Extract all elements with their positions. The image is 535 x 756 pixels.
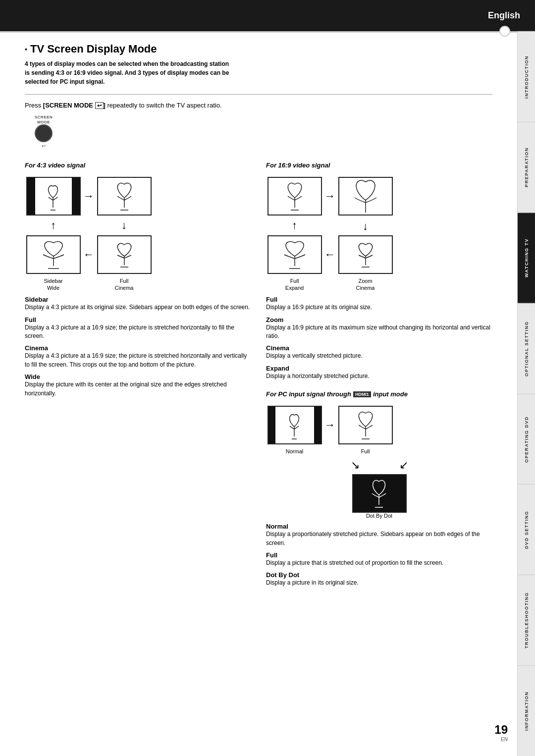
arrow-left-bottom: ← bbox=[83, 248, 94, 261]
label-zoom: Zoom bbox=[358, 278, 372, 284]
right-sidebar: INTRODUCTION PREPARATION WATCHING TV OPT… bbox=[517, 31, 535, 756]
desc-zoom-text: Display a 16:9 picture at its maximum si… bbox=[266, 324, 492, 341]
diagram-43: → bbox=[25, 174, 251, 291]
diagram-dotbydot: Dot By Dot bbox=[352, 474, 407, 519]
desc-expand-text: Display a horizontally stretched picture… bbox=[266, 372, 492, 380]
diagram-cinema-43 bbox=[97, 235, 152, 274]
arrow-right-pc: → bbox=[324, 419, 335, 432]
arrow-up-left: ↑ bbox=[51, 219, 56, 232]
desc-full-pc: Full Display a picture that is stretched… bbox=[266, 551, 492, 567]
desc-full-pc-title: Full bbox=[266, 551, 492, 559]
arrow-right-top: → bbox=[83, 190, 94, 203]
desc-cinema-43-text: Display a 4:3 picture at a 16:9 size; th… bbox=[25, 352, 251, 369]
heading-169: For 16:9 video signal bbox=[266, 162, 492, 169]
desc-full-pc-text: Display a picture that is stretched out … bbox=[266, 559, 492, 567]
diagram-zoom bbox=[338, 177, 393, 216]
instruction-text: Press [SCREEN MODE ↩] repeatedly to swit… bbox=[25, 102, 492, 109]
desc-full-43-text: Display a 4:3 picture at a 16:9 size; th… bbox=[25, 324, 251, 341]
pc-section: For PC input signal through HDMI1 input … bbox=[266, 390, 492, 588]
desc-zoom-title: Zoom bbox=[266, 316, 492, 324]
desc-sidebar-title: Sidebar bbox=[25, 296, 251, 303]
arrow-right-169-top: → bbox=[324, 190, 335, 203]
sidebar-tab-introduction: INTRODUCTION bbox=[518, 31, 535, 122]
label-dotbydot: Dot By Dot bbox=[366, 513, 392, 519]
language-label: English bbox=[488, 10, 535, 21]
divider bbox=[25, 94, 492, 95]
pc-heading-text2: input mode bbox=[373, 390, 408, 398]
sidebar-tab-operating-dvd: OPERATING DVD bbox=[518, 394, 535, 485]
diagram-pc: → bbox=[266, 403, 492, 519]
desc-normal-pc-text: Display a proportionately stretched pict… bbox=[266, 530, 492, 547]
desc-wide-title: Wide bbox=[25, 373, 251, 380]
diagram-full-169 bbox=[268, 177, 322, 216]
label-sidebar: Sidebar bbox=[44, 278, 63, 284]
page-number-area: 19 EN bbox=[494, 723, 508, 742]
hdmi-badge: HDMI1 bbox=[353, 391, 371, 397]
page-title: ▪ TV Screen Display Mode bbox=[25, 43, 492, 55]
diagram-full-pc bbox=[338, 406, 393, 444]
main-content: ▪ TV Screen Display Mode 4 types of disp… bbox=[0, 33, 517, 611]
title-text: TV Screen Display Mode bbox=[30, 43, 157, 55]
screen-mode-circle bbox=[35, 124, 53, 142]
arrow-down-right: ↓ bbox=[121, 219, 127, 232]
desc-normal-pc: Normal Display a proportionately stretch… bbox=[266, 523, 492, 547]
label-full-169-top: Full bbox=[290, 278, 299, 284]
diagram-full-43 bbox=[97, 177, 152, 216]
desc-zoom: Zoom Display a 16:9 picture at its maxim… bbox=[266, 316, 492, 341]
label-cinema-43: Cinema bbox=[115, 285, 134, 291]
arrow-left-169-bottom: ← bbox=[324, 248, 335, 261]
desc-cinema-169-text: Display a vertically stretched picture. bbox=[266, 352, 492, 360]
desc-wide-text: Display the picture with its center at t… bbox=[25, 380, 251, 398]
screen-mode-icon: ↩ bbox=[42, 143, 46, 149]
arrow-down-169-right: ↓ bbox=[363, 220, 368, 233]
diagram-wide bbox=[26, 235, 81, 274]
diagram-dotbydot-wrapper: Dot By Dot bbox=[266, 474, 492, 519]
desc-dotbydot: Dot By Dot Display a picture in its orig… bbox=[266, 571, 492, 587]
desc-wide: Wide Display the picture with its center… bbox=[25, 373, 251, 398]
top-bar: English bbox=[0, 0, 535, 31]
diagram-cinema-169 bbox=[338, 235, 393, 274]
col-169-pc: For 16:9 video signal bbox=[266, 162, 492, 592]
arrow-diag-left: ↘ bbox=[351, 459, 360, 472]
desc-full-169: Full Display a 16:9 picture at its origi… bbox=[266, 296, 492, 312]
diagram-normal-pc bbox=[268, 406, 322, 444]
sidebar-tab-optional-setting: OPTIONAL SETTING bbox=[518, 303, 535, 394]
desc-cinema-169-title: Cinema bbox=[266, 344, 492, 352]
desc-dotbydot-title: Dot By Dot bbox=[266, 571, 492, 579]
label-normal-pc: Normal bbox=[286, 448, 303, 454]
diagram-expand bbox=[268, 235, 322, 274]
page-number: 19 bbox=[494, 723, 508, 737]
desc-sidebar-text: Display a 4:3 picture at its original si… bbox=[25, 303, 251, 312]
col-43: For 4:3 video signal bbox=[25, 162, 251, 592]
desc-sidebar: Sidebar Display a 4:3 picture at its ori… bbox=[25, 296, 251, 312]
label-full-pc: Full bbox=[361, 448, 370, 454]
desc-full-169-title: Full bbox=[266, 296, 492, 303]
two-column-layout: For 4:3 video signal bbox=[25, 162, 492, 592]
desc-full-169-text: Display a 16:9 picture at its original s… bbox=[266, 303, 492, 312]
label-expand: Expand bbox=[285, 285, 304, 291]
page-subtitle: 4 types of display modes can be selected… bbox=[25, 59, 492, 86]
desc-normal-pc-title: Normal bbox=[266, 523, 492, 530]
desc-cinema-43-title: Cinema bbox=[25, 344, 251, 352]
desc-full-43-title: Full bbox=[25, 316, 251, 324]
screen-mode-button-image: SCREENMODE ↩ bbox=[35, 115, 53, 149]
sidebar-tab-information: INFORMATION bbox=[518, 665, 535, 756]
pc-heading: For PC input signal through HDMI1 input … bbox=[266, 390, 492, 398]
arrow-diag-right: ↙ bbox=[399, 459, 408, 472]
desc-full-43: Full Display a 4:3 picture at a 16:9 siz… bbox=[25, 316, 251, 341]
diagram-sidebar bbox=[26, 177, 81, 216]
page-en: EN bbox=[494, 737, 508, 742]
label-cinema-169: Cinema bbox=[356, 285, 375, 291]
pc-heading-text: For PC input signal through bbox=[266, 390, 351, 398]
sidebar-tab-dvd-setting: DVD SETTING bbox=[518, 484, 535, 575]
title-bullet: ▪ bbox=[25, 45, 27, 53]
desc-cinema-169: Cinema Display a vertically stretched pi… bbox=[266, 344, 492, 360]
circle-decoration bbox=[499, 26, 510, 37]
label-full-top: Full bbox=[120, 278, 129, 284]
label-wide: Wide bbox=[47, 285, 59, 291]
sidebar-tab-troubleshooting: TROUBLESHOOTING bbox=[518, 575, 535, 665]
diagram-169: → bbox=[266, 174, 492, 291]
sidebar-tab-watching-tv: WATCHING TV bbox=[518, 213, 535, 303]
desc-dotbydot-text: Display a picture in its original size. bbox=[266, 579, 492, 587]
arrow-up-169-left: ↑ bbox=[292, 219, 297, 232]
